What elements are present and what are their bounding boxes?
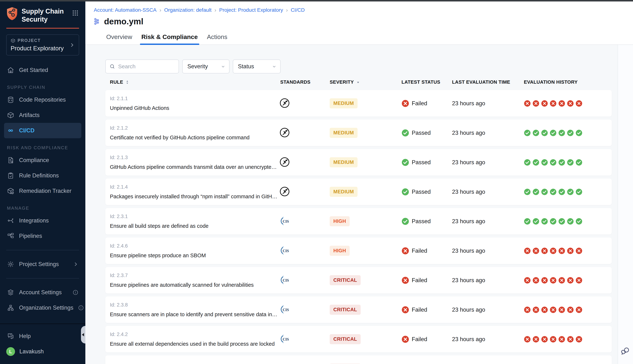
failed-icon[interactable]	[558, 336, 565, 343]
passed-icon[interactable]	[558, 159, 565, 166]
sort-icon[interactable]	[125, 80, 130, 84]
failed-icon[interactable]	[550, 247, 556, 254]
failed-icon[interactable]	[576, 336, 582, 343]
failed-icon[interactable]	[541, 277, 548, 284]
status-filter-dropdown[interactable]: Status	[233, 60, 280, 74]
failed-icon[interactable]	[576, 306, 582, 313]
failed-icon[interactable]	[567, 277, 574, 284]
table-row[interactable]: Id: 3.1.7CISCRITICALFailed23 hours ago	[105, 356, 612, 364]
failed-icon[interactable]	[576, 247, 582, 254]
tab-risk-compliance[interactable]: Risk & Compliance	[142, 33, 198, 44]
table-row[interactable]: Id: 2.3.8Ensure scanners are in place to…	[105, 296, 612, 323]
failed-icon[interactable]	[532, 247, 540, 254]
sidebar-item-integrations[interactable]: Integrations	[0, 213, 85, 228]
passed-icon[interactable]	[567, 130, 574, 136]
passed-icon[interactable]	[576, 188, 582, 195]
table-row[interactable]: Id: 2.4.6Ensure pipeline steps produce a…	[105, 238, 612, 264]
failed-icon[interactable]	[532, 336, 540, 343]
failed-icon[interactable]	[567, 336, 574, 343]
passed-icon[interactable]	[550, 159, 556, 166]
search-input[interactable]	[118, 63, 175, 70]
failed-icon[interactable]	[558, 247, 565, 254]
passed-icon[interactable]	[524, 188, 531, 195]
table-row[interactable]: Id: 2.3.1Ensure all build steps are defi…	[105, 208, 612, 234]
severity-filter-dropdown[interactable]: Severity	[182, 60, 230, 74]
breadcrumb-link-ci-cd[interactable]: CI/CD	[291, 7, 304, 13]
passed-icon[interactable]	[550, 188, 556, 195]
passed-icon[interactable]	[541, 159, 548, 166]
failed-icon[interactable]	[532, 306, 540, 313]
chat-support-icon[interactable]	[620, 346, 630, 356]
failed-icon[interactable]	[576, 100, 582, 107]
failed-icon[interactable]	[524, 306, 531, 313]
failed-icon[interactable]	[567, 306, 574, 313]
failed-icon[interactable]	[550, 100, 556, 107]
passed-icon[interactable]	[576, 159, 582, 166]
table-row[interactable]: Id: 2.1.4Packages insecurely installed t…	[105, 178, 612, 205]
sort-desc-icon[interactable]	[356, 80, 360, 84]
sidebar-item-help[interactable]: Help	[0, 328, 85, 344]
failed-icon[interactable]	[541, 100, 548, 107]
failed-icon[interactable]	[576, 277, 582, 284]
table-row[interactable]: Id: 2.3.7Ensure pipelines are automatica…	[105, 267, 612, 294]
failed-icon[interactable]	[524, 277, 531, 284]
passed-icon[interactable]	[567, 218, 574, 225]
info-icon[interactable]	[72, 290, 78, 295]
tab-overview[interactable]: Overview	[106, 33, 132, 44]
project-selector[interactable]: PROJECT Product Exploratory	[6, 34, 79, 56]
failed-icon[interactable]	[558, 100, 565, 107]
sidebar-item-artifacts[interactable]: Artifacts	[0, 108, 85, 123]
failed-icon[interactable]	[541, 247, 548, 254]
failed-icon[interactable]	[567, 247, 574, 254]
failed-icon[interactable]	[567, 100, 574, 107]
sidebar-item-code-repositories[interactable]: Code Repositories	[0, 92, 85, 108]
passed-icon[interactable]	[524, 218, 531, 225]
passed-icon[interactable]	[541, 218, 548, 225]
sidebar-item-ci-cd[interactable]: CI/CD	[4, 123, 81, 138]
passed-icon[interactable]	[567, 188, 574, 195]
passed-icon[interactable]	[524, 159, 531, 166]
sidebar-item-remediation-tracker[interactable]: Remediation Tracker	[0, 183, 85, 199]
passed-icon[interactable]	[541, 188, 548, 195]
sidebar-item-compliance[interactable]: Compliance	[0, 152, 85, 168]
sidebar-collapse-handle[interactable]	[81, 326, 85, 344]
sidebar-item-pipelines[interactable]: Pipelines	[0, 228, 85, 244]
passed-icon[interactable]	[532, 218, 540, 225]
passed-icon[interactable]	[532, 188, 540, 195]
failed-icon[interactable]	[550, 306, 556, 313]
failed-icon[interactable]	[524, 100, 531, 107]
breadcrumb-link-project-product-exploratory[interactable]: Project: Product Exploratory	[219, 7, 283, 13]
failed-icon[interactable]	[550, 336, 556, 343]
breadcrumb-link-organization-default[interactable]: Organization: default	[164, 7, 211, 13]
info-icon[interactable]	[78, 305, 84, 311]
passed-icon[interactable]	[558, 218, 565, 225]
sidebar-item-organization-settings[interactable]: Organization Settings	[0, 300, 85, 316]
failed-icon[interactable]	[524, 247, 531, 254]
sidebar-item-get-started[interactable]: Get Started	[0, 62, 85, 78]
failed-icon[interactable]	[541, 336, 548, 343]
app-switcher-grid-icon[interactable]	[72, 10, 79, 16]
tab-actions[interactable]: Actions	[207, 33, 228, 44]
passed-icon[interactable]	[532, 130, 540, 136]
failed-icon[interactable]	[532, 100, 540, 107]
user-menu[interactable]: L Lavakush	[0, 344, 85, 359]
table-row[interactable]: Id: 2.1.3GitHub Actions pipeline command…	[105, 149, 612, 176]
passed-icon[interactable]	[558, 188, 565, 195]
failed-icon[interactable]	[532, 277, 540, 284]
table-row[interactable]: Id: 2.4.2Ensure all external dependencie…	[105, 326, 612, 352]
failed-icon[interactable]	[558, 306, 565, 313]
sidebar-item-project-settings[interactable]: Project Settings	[0, 256, 85, 272]
passed-icon[interactable]	[576, 130, 582, 136]
passed-icon[interactable]	[524, 130, 531, 136]
failed-icon[interactable]	[524, 336, 531, 343]
passed-icon[interactable]	[532, 159, 540, 166]
table-row[interactable]: Id: 2.1.2Certificate not verified by Git…	[105, 120, 612, 146]
breadcrumb-link-account-automation-ssca[interactable]: Account: Automation-SSCA	[94, 7, 156, 13]
passed-icon[interactable]	[541, 130, 548, 136]
passed-icon[interactable]	[576, 218, 582, 225]
passed-icon[interactable]	[550, 218, 556, 225]
failed-icon[interactable]	[558, 277, 565, 284]
passed-icon[interactable]	[558, 130, 565, 136]
table-row[interactable]: Id: 2.1.1Unpinned GitHub ActionsMEDIUMFa…	[105, 90, 612, 117]
sidebar-item-rule-definitions[interactable]: Rule Definitions	[0, 168, 85, 183]
